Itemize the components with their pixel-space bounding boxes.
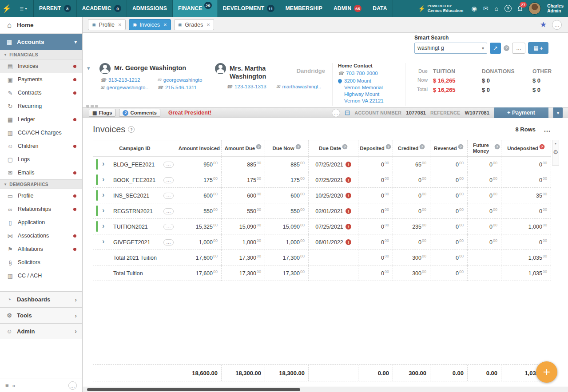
- sidebar-item-cc-ach[interactable]: ▥CC / ACH: [0, 269, 82, 282]
- sidebar-item-cc-ach-charges[interactable]: ▥CC/ACH Charges: [0, 126, 82, 139]
- sidebar-item-ledger[interactable]: ▦Ledger: [0, 113, 82, 126]
- nav-item-membership[interactable]: MEMBERSHIP: [280, 0, 328, 17]
- column-help-icon[interactable]: ?: [495, 144, 500, 149]
- expand-row-icon[interactable]: ›: [102, 190, 104, 199]
- resize-grip[interactable]: [86, 105, 99, 107]
- add-invoice-fab[interactable]: +: [536, 361, 557, 383]
- column-header-due-date[interactable]: Due Date?: [309, 140, 358, 156]
- secondary-email-link[interactable]: marthawashingt..: [282, 84, 322, 89]
- sidebar-section-financials[interactable]: ▼FINANCIALS: [0, 50, 82, 59]
- column-help-icon[interactable]: ?: [385, 144, 391, 149]
- sidebar-item-application[interactable]: ▯Application: [0, 216, 82, 229]
- tab-options-button[interactable]: …: [552, 20, 562, 30]
- help-icon[interactable]: ?: [504, 5, 512, 12]
- nav-item-development[interactable]: DEVELOPMENT11: [218, 0, 280, 17]
- scrollbar-thumb[interactable]: [87, 388, 300, 391]
- invoices-help-icon[interactable]: ?: [128, 126, 135, 133]
- add-account-button[interactable]: ▤+: [528, 42, 548, 54]
- favorite-star-icon[interactable]: ★: [540, 20, 547, 29]
- dropdown-caret-icon[interactable]: ▾: [482, 46, 484, 51]
- tab-profile[interactable]: ◉Profile×: [88, 19, 126, 30]
- comments-button[interactable]: 2 Comments: [119, 109, 160, 117]
- home-phone-link[interactable]: 703-780-2000: [346, 71, 378, 76]
- row-menu-button[interactable]: …: [163, 177, 174, 183]
- horizontal-scrollbar[interactable]: [83, 387, 568, 392]
- column-header-credited[interactable]: Credited?: [393, 140, 430, 156]
- column-header-amount-invoiced[interactable]: Amount Invoiced: [177, 140, 222, 156]
- column-header-reversed[interactable]: Reversed?: [430, 140, 468, 156]
- expand-row-icon[interactable]: ›: [102, 206, 104, 215]
- add-contact-icon[interactable]: ◉: [471, 5, 477, 12]
- secondary-phone-link[interactable]: 123-133-1313: [234, 84, 266, 89]
- sidebar-group-accounts[interactable]: ▦ Accounts ▾: [0, 34, 82, 50]
- user-avatar[interactable]: [528, 2, 541, 15]
- row-menu-button[interactable]: …: [163, 208, 174, 214]
- print-icon[interactable]: ⊟: [345, 109, 350, 117]
- column-header-campaign-id[interactable]: Campaign ID: [93, 140, 177, 156]
- user-menu[interactable]: Charles Admin: [547, 4, 564, 13]
- sidebar-item-payments[interactable]: ▣Payments: [0, 73, 82, 86]
- nav-item-admissions[interactable]: ADMISSIONS: [127, 0, 173, 17]
- nav-item-academic[interactable]: ACADEMIC0: [77, 0, 127, 17]
- sidebar-item-children[interactable]: ☺Children: [0, 139, 82, 153]
- search-help-icon[interactable]: ?: [504, 45, 509, 51]
- sidebar-item-admin[interactable]: ☺Admin›: [0, 323, 82, 339]
- collapse-sidebar-icon[interactable]: «: [12, 382, 16, 389]
- band-options-button[interactable]: …: [332, 109, 340, 117]
- column-header-amount-due[interactable]: Amount Due?: [222, 140, 265, 156]
- primary-mobile-link[interactable]: 313-213-1212: [108, 77, 140, 83]
- search-options-button[interactable]: …: [512, 43, 525, 54]
- row-menu-button[interactable]: …: [163, 224, 174, 230]
- sidebar-section-demographics[interactable]: ▼DEMOGRAPHICS: [0, 179, 82, 189]
- tab-invoices[interactable]: ◉Invoices×: [129, 19, 171, 30]
- payment-dropdown-button[interactable]: ▾: [553, 107, 563, 118]
- row-menu-button[interactable]: …: [163, 162, 174, 168]
- column-help-icon[interactable]: ?: [420, 144, 425, 149]
- close-tab-icon[interactable]: ×: [207, 21, 210, 28]
- sidebar-item-relationships[interactable]: ∞Relationships: [0, 202, 82, 216]
- list-icon[interactable]: ≡: [5, 382, 9, 389]
- expand-row-icon[interactable]: ›: [102, 222, 104, 230]
- primary-email2-link[interactable]: georgewashingto...: [107, 85, 150, 90]
- column-header-deposited[interactable]: Deposited?: [358, 140, 393, 156]
- collapse-account-icon[interactable]: ▾: [87, 63, 94, 106]
- sidebar-item-recurring[interactable]: ↻Recurring: [0, 99, 82, 113]
- sidebar-item-logs[interactable]: ▢Logs: [0, 153, 82, 166]
- sidebar-item-tools[interactable]: ⚙Tools›: [0, 307, 82, 323]
- column-help-icon[interactable]: ?: [458, 144, 464, 149]
- sidebar-item-contracts[interactable]: ✎Contracts: [0, 86, 82, 99]
- column-header-due-now[interactable]: Due Now?: [265, 140, 309, 156]
- grid-options-button[interactable]: …: [544, 126, 551, 134]
- sidebar-item-solicitors[interactable]: §Solicitors: [0, 256, 82, 269]
- column-settings-gear-icon[interactable]: ⚙: [553, 149, 558, 155]
- add-payment-button[interactable]: + Payment: [494, 107, 548, 118]
- sidebar-item-emails[interactable]: ✉Emails: [0, 166, 82, 179]
- column-header-future-money[interactable]: Future Money?: [468, 140, 501, 156]
- column-help-icon[interactable]: ?: [256, 144, 262, 149]
- sidebar-more-button[interactable]: …: [68, 381, 77, 390]
- nav-item-parent[interactable]: PARENT3: [34, 0, 77, 17]
- sidebar-item-dashboards[interactable]: ◔Dashboards›: [0, 291, 82, 307]
- table-scroll-rail[interactable]: ▼ ⚙: [552, 140, 559, 166]
- primary-email-link[interactable]: georgewashingto: [163, 77, 203, 83]
- close-tab-icon[interactable]: ×: [163, 21, 167, 28]
- sidebar-item-profile[interactable]: ▭Profile: [0, 189, 82, 202]
- chat-icon[interactable]: ✉: [483, 5, 489, 12]
- nav-item-admin[interactable]: ADMIN65: [328, 0, 367, 17]
- tab-grades[interactable]: ◉Grades×: [174, 19, 214, 30]
- nav-item-data[interactable]: DATA: [367, 0, 393, 17]
- sidebar-item-affiliations[interactable]: ⚑Affiliations: [0, 242, 82, 256]
- alerts-icon[interactable]: Ω27: [518, 5, 522, 12]
- row-menu-button[interactable]: …: [163, 193, 174, 199]
- flags-button[interactable]: ▦ Flags: [89, 109, 115, 117]
- nav-item-finance[interactable]: FINANCE29: [173, 0, 218, 17]
- open-search-button[interactable]: ↗: [490, 43, 501, 54]
- column-header-undeposited[interactable]: Undeposited?: [501, 140, 551, 156]
- expand-row-icon[interactable]: ›: [102, 237, 104, 246]
- column-help-icon[interactable]: ?: [295, 144, 301, 149]
- smart-search-input[interactable]: washingt g ▾: [414, 43, 487, 54]
- home-address-link[interactable]: 3200 MountVernon MemorialHighway MountVe…: [344, 78, 384, 104]
- primary-phone-link[interactable]: 215-546-1311: [165, 85, 197, 90]
- sidebar-item-home[interactable]: ⌂ Home: [0, 17, 82, 34]
- sidebar-item-invoices[interactable]: ▤Invoices: [0, 59, 82, 73]
